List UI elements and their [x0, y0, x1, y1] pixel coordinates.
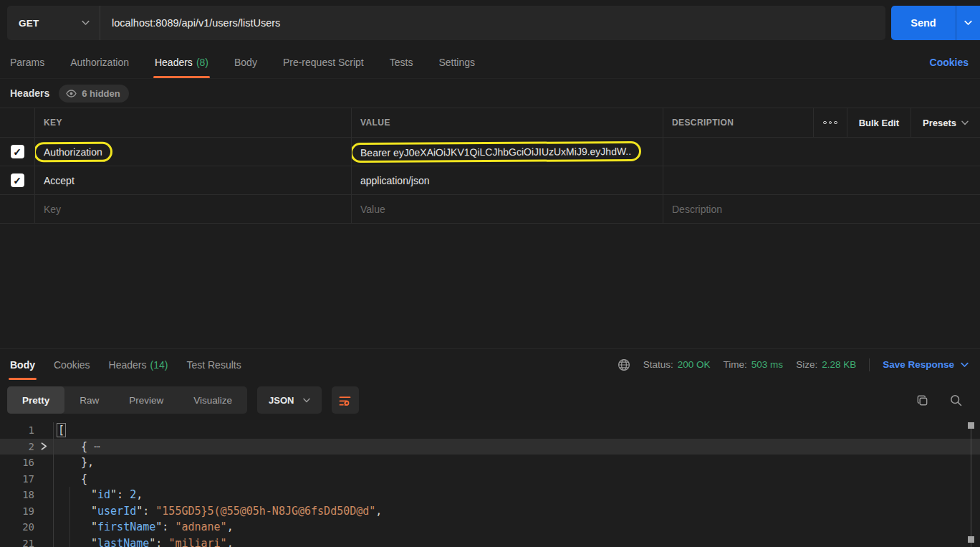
status-indicator[interactable]: Status: 200 OK — [643, 359, 711, 370]
header-key-cell[interactable]: Accept — [34, 166, 351, 194]
key-column-header: KEY — [34, 108, 351, 137]
url-unit: GET localhost:8089/api/v1/users/listUser… — [7, 6, 885, 40]
view-mode-visualize[interactable]: Visualize — [178, 386, 247, 414]
token: "adnane" — [175, 520, 226, 533]
token: id — [97, 488, 110, 501]
hidden-headers-badge[interactable]: 6 hidden — [59, 85, 128, 103]
checkbox-cell: ✓ — [0, 138, 34, 166]
postman-app: GET localhost:8089/api/v1/users/listUser… — [0, 0, 980, 547]
copy-button[interactable] — [916, 394, 929, 407]
code-content: { ⋯ — [53, 439, 100, 455]
tab-label: Headers — [109, 359, 147, 371]
token: " — [91, 488, 97, 501]
bulk-edit-button[interactable]: Bulk Edit — [847, 108, 911, 137]
response-meta: Status: 200 OK Time: 503 ms Size: 2.28 K… — [618, 358, 969, 371]
tab-headers[interactable]: Headers(14) — [107, 349, 170, 380]
tab-cookies[interactable]: Cookies — [52, 349, 92, 380]
code-editor-lines: 1[2{ ⋯16},17{18"id": 2,19"userId": "155G… — [0, 422, 980, 547]
headers-table-body: ✓AuthorizationBearer eyJ0eXAiOiJKV1QiLCJ… — [0, 138, 980, 195]
send-button[interactable]: Send — [891, 6, 956, 40]
tab-settings[interactable]: Settings — [437, 46, 476, 78]
headers-caption: Headers 6 hidden — [0, 79, 980, 108]
method-selector[interactable]: GET — [7, 6, 100, 40]
send-options-button[interactable] — [956, 6, 980, 40]
header-description-cell[interactable] — [663, 138, 980, 166]
key-input[interactable]: Key — [34, 195, 351, 223]
header-value-cell[interactable]: application/json — [351, 166, 663, 194]
tab-pre-request-script[interactable]: Pre-request Script — [282, 46, 365, 78]
yellow-highlight-annotation: Authorization — [34, 141, 112, 162]
tab-headers[interactable]: Headers(8) — [153, 46, 210, 78]
code-line: 20"firstName": "adnane", — [0, 519, 980, 536]
url-input[interactable]: localhost:8089/api/v1/users/listUsers — [100, 6, 885, 40]
time-indicator[interactable]: Time: 503 ms — [724, 359, 784, 370]
code-content: "userId": "155GD5}5(@55@05h-N8JG@6fsDd50… — [53, 503, 382, 520]
url-text: localhost:8089/api/v1/users/listUsers — [112, 17, 280, 29]
tab-body[interactable]: Body — [9, 349, 37, 380]
code-line: 16}, — [0, 455, 980, 471]
token: userId — [97, 505, 136, 518]
tab-tests[interactable]: Tests — [388, 46, 415, 78]
line-number: 21 — [0, 538, 34, 547]
empty-area — [0, 224, 980, 348]
save-response-button[interactable]: Save Response — [883, 359, 969, 370]
select-all-cell — [0, 108, 34, 137]
tab-authorization[interactable]: Authorization — [69, 46, 130, 78]
header-key-cell[interactable]: Authorization — [34, 138, 351, 166]
value-input[interactable]: Value — [351, 195, 663, 223]
cookies-link[interactable]: Cookies — [930, 57, 969, 68]
checkbox[interactable]: ✓ — [11, 173, 24, 187]
view-mode-switcher: PrettyRawPreviewVisualize — [7, 386, 247, 414]
wrap-lines-icon — [337, 393, 352, 408]
tab-body[interactable]: Body — [233, 46, 259, 78]
token: firstName — [97, 520, 155, 533]
tab-test-results[interactable]: Test Results — [185, 349, 242, 380]
tab-label: Headers — [155, 57, 193, 68]
tab-label: Settings — [438, 57, 475, 68]
language-selector[interactable]: JSON — [257, 386, 321, 414]
presets-button[interactable]: Presets — [911, 108, 980, 137]
header-value-text: application/json — [360, 175, 430, 186]
response-body-editor[interactable]: 1[2{ ⋯16},17{18"id": 2,19"userId": "155G… — [0, 420, 980, 547]
token: ": — [136, 505, 155, 518]
token: [ — [57, 423, 66, 437]
line-number: 2 — [0, 441, 34, 452]
fold-arrow-icon[interactable] — [34, 442, 53, 450]
line-number: 20 — [0, 521, 34, 533]
search-button[interactable] — [949, 394, 963, 407]
more-options-icon[interactable] — [813, 108, 847, 137]
wrap-lines-button[interactable] — [332, 386, 359, 414]
globe-icon[interactable] — [618, 358, 630, 371]
code-content: "firstName": "adnane", — [53, 519, 234, 536]
checkbox[interactable]: ✓ — [11, 145, 24, 158]
hidden-headers-label: 6 hidden — [82, 88, 120, 99]
token: ": — [155, 520, 175, 533]
token: " — [91, 537, 97, 547]
copy-icon — [916, 394, 929, 407]
view-mode-pretty[interactable]: Pretty — [7, 386, 64, 414]
scrollbar-track[interactable] — [971, 422, 971, 547]
yellow-highlight-annotation: Bearer eyJ0eXAiOiJKV1QiLCJhbGciOiJIUzUxM… — [351, 141, 641, 162]
line-number: 19 — [0, 505, 34, 517]
headers-section-title: Headers — [10, 87, 49, 99]
scrollbar-handle-bottom[interactable] — [968, 536, 974, 543]
view-mode-raw[interactable]: Raw — [64, 386, 114, 414]
presets-label: Presets — [923, 118, 956, 128]
tab-label: Test Results — [186, 359, 241, 371]
description-input[interactable]: Description — [663, 195, 980, 223]
divider — [869, 358, 870, 371]
token: , — [227, 520, 234, 533]
line-number: 18 — [0, 489, 34, 500]
chevron-down-icon — [961, 120, 969, 125]
token: "miliari" — [168, 537, 226, 547]
header-description-cell[interactable] — [663, 166, 980, 194]
token: lastName — [97, 537, 149, 547]
headers-table-header: KEY VALUE DESCRIPTION Bulk Edit Presets — [0, 108, 980, 138]
size-indicator[interactable]: Size: 2.28 KB — [796, 359, 856, 370]
scrollbar-handle-top[interactable] — [968, 422, 974, 429]
tab-label: Pre-request Script — [283, 57, 364, 68]
view-mode-preview[interactable]: Preview — [114, 386, 178, 414]
header-value-cell[interactable]: Bearer eyJ0eXAiOiJKV1QiLCJhbGciOiJIUzUxM… — [351, 138, 663, 166]
tab-params[interactable]: Params — [9, 46, 46, 78]
code-line: 2{ ⋯ — [0, 439, 980, 455]
